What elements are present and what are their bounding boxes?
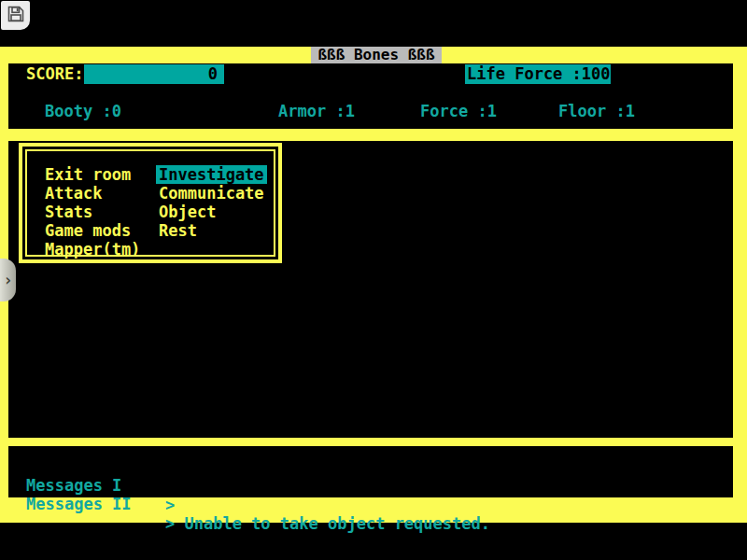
message-row-1: Messages I > — [0, 456, 728, 475]
stat-armor: Armor :1 — [278, 102, 355, 121]
sidebar-expand-tab[interactable]: › — [0, 259, 16, 301]
menu-column-right: Investigate Communicate Object Rest — [159, 165, 267, 240]
score-label: SCORE: — [26, 64, 83, 84]
frame-right — [733, 47, 747, 523]
stat-booty: Booty :0 — [45, 102, 121, 121]
menu-item-stats[interactable]: Stats — [45, 203, 140, 221]
chevron-right-icon: › — [3, 271, 12, 289]
emulator-stage: ßßß Bones ßßß SCORE: 0 Life Force :100 B… — [0, 0, 747, 560]
message-row-2: Messages II > Unable to take object requ… — [0, 475, 728, 494]
message-content-2: > Unable to take object requested. — [165, 514, 490, 534]
menu-item-exit-room[interactable]: Exit room — [45, 165, 140, 184]
command-menu: Exit room Attack Stats Game mods Mapper(… — [19, 143, 282, 263]
menu-item-attack[interactable]: Attack — [45, 184, 140, 203]
score-bar: 0 — [84, 64, 224, 84]
life-force-display: Life Force :100 — [465, 64, 611, 84]
message-label-2: Messages II — [26, 495, 132, 514]
stat-floor: Floor :1 — [558, 102, 635, 121]
menu-item-object[interactable]: Object — [159, 203, 267, 221]
floppy-disk-icon — [7, 5, 25, 27]
separator-top — [0, 129, 747, 141]
save-button[interactable] — [1, 1, 30, 30]
stat-force: Force :1 — [420, 102, 497, 121]
menu-column-left: Exit room Attack Stats Game mods Mapper(… — [45, 165, 140, 259]
separator-messages — [0, 438, 747, 446]
game-title: ßßß Bones ßßß — [311, 47, 442, 63]
menu-item-rest[interactable]: Rest — [159, 221, 267, 240]
menu-item-mapper[interactable]: Mapper(tm) — [45, 240, 140, 259]
command-menu-inner-border: Exit room Attack Stats Game mods Mapper(… — [25, 149, 275, 257]
menu-item-game-mods[interactable]: Game mods — [45, 221, 140, 240]
menu-item-investigate[interactable]: Investigate — [156, 165, 267, 184]
message-content-1: > — [165, 496, 175, 515]
menu-item-communicate[interactable]: Communicate — [159, 184, 267, 203]
